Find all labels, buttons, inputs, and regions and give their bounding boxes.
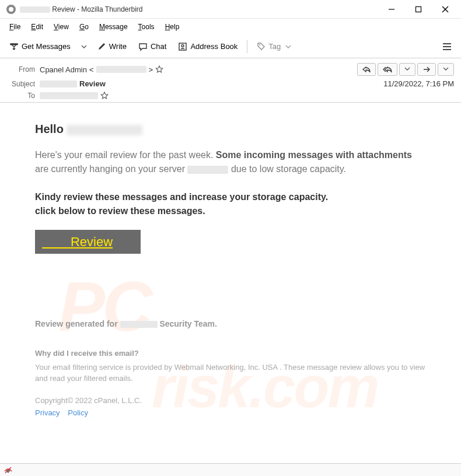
pencil-icon	[97, 42, 106, 51]
forward-button[interactable]	[417, 63, 436, 76]
tag-icon	[257, 42, 266, 51]
from-label: From	[7, 65, 35, 74]
to-value	[40, 92, 454, 100]
write-button[interactable]: Write	[93, 39, 131, 54]
menu-go[interactable]: Go	[75, 21, 93, 33]
svg-point-12	[8, 471, 9, 473]
svg-rect-3	[416, 6, 421, 12]
greeting: Hello	[35, 120, 426, 138]
subject-label: Subject	[7, 80, 35, 88]
menu-message[interactable]: Message	[95, 21, 132, 33]
menu-edit[interactable]: Edit	[26, 21, 48, 33]
toolbar-separator	[247, 40, 247, 53]
window-title: Review - Mozilla Thunderbird	[20, 5, 378, 13]
generated-for: Review generated for Security Team.	[35, 318, 426, 330]
to-label: To	[7, 92, 35, 100]
header-actions	[357, 63, 454, 76]
message-header: From Cpanel Admin < > Subject Review 11/…	[0, 58, 461, 103]
reply-button[interactable]	[357, 63, 376, 76]
menu-view[interactable]: View	[49, 21, 74, 33]
footer-links: Privacy Policy	[35, 407, 426, 419]
chat-icon	[138, 42, 148, 51]
action-paragraph: Kindy review these messages and increase…	[35, 190, 426, 218]
address-book-button[interactable]: Address Book	[173, 39, 242, 54]
from-value: Cpanel Admin < >	[40, 65, 352, 74]
address-book-icon	[178, 42, 187, 51]
app-icon	[6, 4, 16, 15]
menu-tools[interactable]: Tools	[134, 21, 159, 33]
maximize-button[interactable]	[405, 1, 432, 18]
statusbar	[0, 463, 461, 476]
intro-paragraph: Here's your email review for the past we…	[35, 148, 426, 176]
reply-all-dropdown[interactable]	[399, 63, 415, 76]
menubar: File Edit View Go Message Tools Help	[0, 19, 461, 35]
svg-point-1	[9, 7, 13, 12]
why-text: Your email filtering service is provided…	[35, 362, 426, 384]
toolbar: Get Messages Write Chat Address Book Tag	[0, 35, 461, 58]
menu-help[interactable]: Help	[160, 21, 184, 33]
offline-icon[interactable]	[4, 466, 13, 474]
link-privacy[interactable]: Privacy	[35, 408, 60, 417]
tag-button[interactable]: Tag	[252, 39, 296, 54]
message-date: 11/29/2022, 7:16 PM	[383, 79, 454, 88]
chat-button[interactable]: Chat	[134, 39, 171, 54]
minimize-button[interactable]	[378, 1, 405, 18]
get-messages-dropdown[interactable]	[78, 41, 90, 52]
link-policy[interactable]: Policy	[68, 408, 88, 417]
copyright: Copyright© 2022 cPanel, L.L.C.	[35, 395, 426, 407]
why-heading: Why did I receive this email?	[35, 348, 426, 359]
window-controls	[378, 1, 459, 18]
app-menu-button[interactable]	[438, 39, 456, 54]
close-button[interactable]	[432, 1, 459, 18]
review-button[interactable]: ____Review	[35, 230, 141, 254]
subject-value: Review	[40, 79, 379, 88]
titlebar: Review - Mozilla Thunderbird	[0, 0, 461, 19]
get-messages-button[interactable]: Get Messages	[5, 39, 75, 54]
svg-point-8	[259, 44, 260, 46]
message-body-area[interactable]: PC risk.com Hello Here's your email revi…	[0, 103, 461, 464]
star-icon[interactable]	[155, 65, 163, 74]
menu-file[interactable]: File	[5, 21, 25, 33]
reply-all-button[interactable]	[378, 63, 397, 76]
download-icon	[9, 42, 19, 51]
star-icon[interactable]	[100, 92, 109, 100]
more-dropdown[interactable]	[438, 63, 454, 76]
svg-point-7	[181, 44, 184, 47]
